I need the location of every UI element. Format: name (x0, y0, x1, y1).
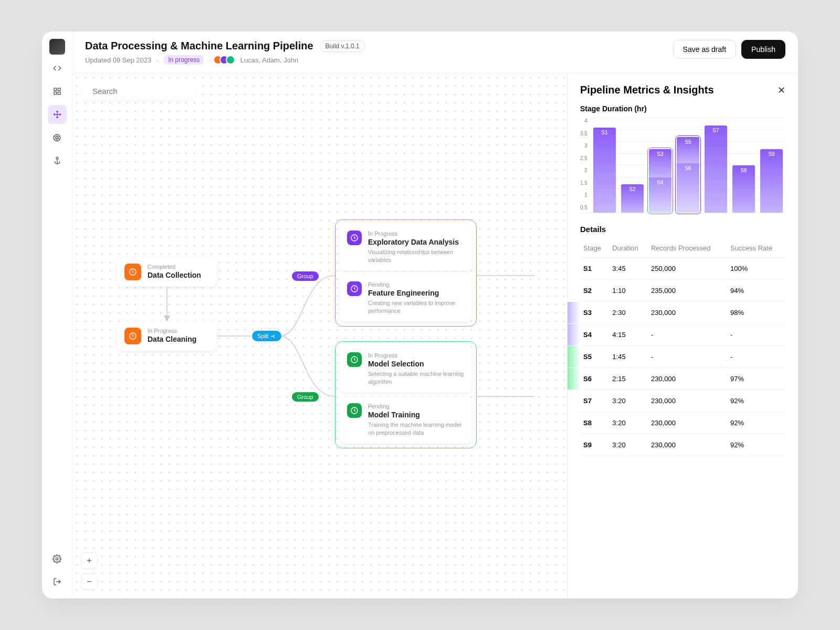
stage-duration-chart: 43.532.521.510.5 S1S2S3S4S5S6S7S8S9 (580, 118, 785, 213)
clock-icon (124, 264, 141, 280)
chart-title: Stage Duration (hr) (580, 104, 785, 113)
svg-point-7 (56, 136, 58, 139)
svg-line-12 (54, 138, 56, 139)
sidebar (42, 32, 72, 598)
anchor-icon[interactable] (48, 151, 67, 170)
svg-rect-3 (58, 92, 60, 94)
logout-icon[interactable] (48, 572, 67, 591)
group-purple[interactable]: In Progress Exploratory Data Analysis Vi… (335, 219, 477, 327)
dashboard-icon[interactable] (48, 82, 67, 101)
group-label-purple[interactable]: Group (292, 271, 319, 281)
node-model-selection[interactable]: In Progress Model Selection Selecting a … (340, 346, 472, 393)
code-icon[interactable] (48, 59, 67, 78)
node-model-training[interactable]: Pending Model Training Training the mach… (340, 397, 472, 444)
group-label-green[interactable]: Group (292, 392, 319, 402)
save-draft-button[interactable]: Save as draft (673, 40, 737, 59)
svg-rect-0 (54, 88, 57, 91)
table-row[interactable]: S93:20230,00092% (580, 434, 785, 456)
move-icon[interactable] (48, 105, 67, 124)
version-badge: Build v.1.0.1 (320, 40, 365, 52)
table-row[interactable]: S44:15-- (580, 324, 785, 346)
clock-icon (124, 328, 141, 344)
table-row[interactable]: S51:45-- (580, 346, 785, 368)
node-data-cleaning[interactable]: In Progress Data Cleaning (117, 321, 217, 351)
search-input[interactable] (92, 87, 192, 96)
svg-line-13 (58, 136, 60, 137)
table-row[interactable]: S73:20230,00092% (580, 390, 785, 412)
pipeline-canvas[interactable]: Completed Data Collection In Progress Da… (72, 74, 567, 598)
collaborator-names: Lucas, Adam, John (240, 56, 299, 64)
svg-line-11 (58, 138, 60, 139)
insights-panel: Pipeline Metrics & Insights ✕ Stage Dura… (567, 74, 798, 598)
table-row[interactable]: S32:30230,00098% (580, 302, 785, 324)
group-green[interactable]: In Progress Model Selection Selecting a … (335, 341, 477, 448)
header: Data Processing & Machine Learning Pipel… (72, 32, 798, 74)
updated-text: Updated 09 Sep 2023 (85, 56, 152, 64)
svg-rect-1 (58, 88, 60, 91)
table-row[interactable]: S62:15230,00097% (580, 368, 785, 390)
node-data-collection[interactable]: Completed Data Collection (117, 257, 217, 287)
clock-icon (347, 230, 362, 245)
user-avatar[interactable] (49, 39, 65, 55)
svg-rect-2 (54, 92, 57, 94)
table-row[interactable]: S21:10235,00094% (580, 280, 785, 302)
svg-line-10 (54, 136, 56, 137)
panel-title: Pipeline Metrics & Insights (580, 84, 714, 96)
page-title: Data Processing & Machine Learning Pipel… (85, 40, 313, 52)
wheel-icon[interactable] (48, 128, 67, 147)
zoom-in-button[interactable]: + (81, 552, 98, 569)
clock-icon (347, 352, 362, 367)
clock-icon (347, 281, 362, 296)
table-row[interactable]: S83:20230,00092% (580, 412, 785, 434)
zoom-out-button[interactable]: − (81, 573, 98, 590)
close-icon[interactable]: ✕ (778, 85, 785, 96)
table-row[interactable]: S13:45250,000100% (580, 258, 785, 280)
clock-icon (347, 403, 362, 418)
settings-icon[interactable] (48, 549, 67, 568)
details-table: Stage Duration Records Processed Success… (580, 239, 785, 456)
collaborator-avatars[interactable] (216, 55, 235, 65)
svg-point-16 (56, 558, 58, 560)
status-badge: In progress (164, 55, 204, 65)
node-eda[interactable]: In Progress Exploratory Data Analysis Vi… (340, 224, 472, 271)
svg-point-14 (56, 157, 58, 159)
split-badge[interactable]: Split (252, 331, 281, 341)
details-title: Details (580, 225, 785, 234)
node-feature-eng[interactable]: Pending Feature Engineering Creating new… (340, 275, 472, 322)
publish-button[interactable]: Publish (741, 40, 785, 59)
search-box[interactable] (81, 82, 196, 100)
